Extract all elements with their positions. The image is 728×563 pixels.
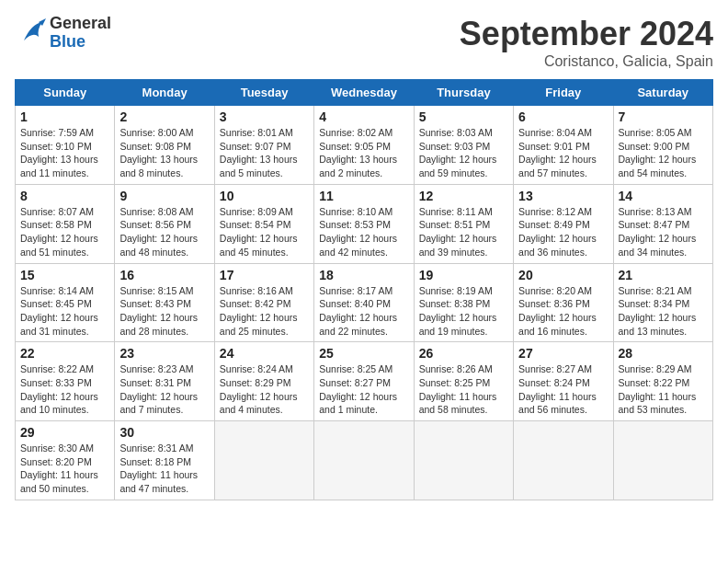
calendar-day-cell: 25 Sunrise: 8:25 AM Sunset: 8:27 PM Dayl…: [314, 342, 414, 421]
day-info: Sunrise: 8:16 AM Sunset: 8:42 PM Dayligh…: [220, 284, 309, 339]
sunrise-label: Sunrise: 7:59 AM: [20, 127, 94, 138]
daylight-label: Daylight: 11 hours and 47 minutes.: [119, 469, 198, 494]
day-number: 24: [220, 346, 309, 361]
day-number: 20: [518, 268, 608, 282]
sunset-label: Sunset: 8:31 PM: [119, 377, 191, 388]
sunset-label: Sunset: 8:36 PM: [518, 298, 590, 309]
daylight-label: Daylight: 12 hours and 4 minutes.: [220, 391, 298, 416]
sunrise-label: Sunrise: 8:09 AM: [220, 206, 293, 217]
logo-text: General Blue: [50, 15, 111, 52]
day-info: Sunrise: 8:05 AM Sunset: 9:00 PM Dayligh…: [619, 126, 708, 180]
calendar-week-row: 15 Sunrise: 8:14 AM Sunset: 8:45 PM Dayl…: [16, 263, 713, 342]
day-number: 7: [619, 109, 708, 124]
calendar-week-row: 8 Sunrise: 8:07 AM Sunset: 8:58 PM Dayli…: [16, 184, 713, 263]
day-info: Sunrise: 8:10 AM Sunset: 8:53 PM Dayligh…: [319, 205, 408, 259]
logo-blue: Blue: [50, 33, 111, 52]
sunset-label: Sunset: 8:38 PM: [419, 298, 491, 309]
day-info: Sunrise: 8:27 AM Sunset: 8:24 PM Dayligh…: [518, 362, 608, 417]
daylight-label: Daylight: 12 hours and 54 minutes.: [619, 154, 697, 178]
day-number: 16: [119, 268, 209, 282]
calendar-day-cell: 9 Sunrise: 8:08 AM Sunset: 8:56 PM Dayli…: [115, 184, 214, 263]
daylight-label: Daylight: 12 hours and 31 minutes.: [20, 312, 98, 337]
day-info: Sunrise: 8:08 AM Sunset: 8:56 PM Dayligh…: [119, 205, 209, 259]
sunrise-label: Sunrise: 8:12 AM: [518, 206, 592, 217]
sunrise-label: Sunrise: 8:16 AM: [220, 285, 293, 296]
sunset-label: Sunset: 9:08 PM: [119, 141, 191, 152]
sunset-label: Sunset: 9:01 PM: [518, 141, 590, 152]
sunrise-label: Sunrise: 8:31 AM: [119, 442, 193, 454]
calendar-day-cell: [314, 421, 414, 500]
day-info: Sunrise: 8:20 AM Sunset: 8:36 PM Dayligh…: [518, 284, 608, 339]
daylight-label: Daylight: 13 hours and 2 minutes.: [319, 154, 397, 178]
calendar-day-cell: 26 Sunrise: 8:26 AM Sunset: 8:25 PM Dayl…: [414, 342, 513, 421]
day-info: Sunrise: 8:03 AM Sunset: 9:03 PM Dayligh…: [419, 126, 508, 180]
sunset-label: Sunset: 9:05 PM: [319, 141, 391, 152]
calendar-day-cell: 2 Sunrise: 8:00 AM Sunset: 9:08 PM Dayli…: [115, 106, 214, 185]
day-number: 3: [220, 109, 309, 124]
sunrise-label: Sunrise: 8:04 AM: [518, 127, 592, 138]
sunrise-label: Sunrise: 8:27 AM: [518, 363, 592, 374]
calendar-day-cell: 15 Sunrise: 8:14 AM Sunset: 8:45 PM Dayl…: [16, 263, 115, 342]
daylight-label: Daylight: 12 hours and 19 minutes.: [419, 312, 497, 337]
page-header: General Blue September 2024 Coristanco, …: [15, 15, 713, 70]
sunset-label: Sunset: 9:03 PM: [419, 141, 491, 152]
daylight-label: Daylight: 12 hours and 28 minutes.: [119, 312, 198, 337]
sunrise-label: Sunrise: 8:13 AM: [619, 206, 692, 217]
logo: General Blue: [15, 15, 111, 52]
calendar-day-cell: 10 Sunrise: 8:09 AM Sunset: 8:54 PM Dayl…: [214, 184, 313, 263]
sunset-label: Sunset: 8:34 PM: [619, 298, 690, 309]
sunrise-label: Sunrise: 8:01 AM: [220, 127, 293, 138]
day-number: 30: [119, 425, 209, 440]
calendar-day-cell: 16 Sunrise: 8:15 AM Sunset: 8:43 PM Dayl…: [115, 263, 214, 342]
logo-bird-icon: [15, 15, 48, 48]
day-info: Sunrise: 8:13 AM Sunset: 8:47 PM Dayligh…: [619, 205, 708, 259]
sunrise-label: Sunrise: 8:24 AM: [220, 363, 293, 374]
day-number: 2: [119, 109, 209, 124]
sunset-label: Sunset: 8:27 PM: [319, 377, 391, 388]
day-info: Sunrise: 8:09 AM Sunset: 8:54 PM Dayligh…: [220, 205, 309, 259]
calendar-day-cell: 7 Sunrise: 8:05 AM Sunset: 9:00 PM Dayli…: [613, 106, 712, 185]
logo-icon-area: [15, 15, 48, 52]
daylight-label: Daylight: 12 hours and 13 minutes.: [619, 312, 697, 337]
daylight-label: Daylight: 12 hours and 10 minutes.: [20, 391, 98, 416]
daylight-label: Daylight: 12 hours and 57 minutes.: [518, 154, 597, 178]
calendar-day-cell: 12 Sunrise: 8:11 AM Sunset: 8:51 PM Dayl…: [414, 184, 513, 263]
calendar-day-cell: 27 Sunrise: 8:27 AM Sunset: 8:24 PM Dayl…: [514, 342, 613, 421]
calendar-table: SundayMondayTuesdayWednesdayThursdayFrid…: [15, 79, 713, 500]
day-of-week-header: Tuesday: [214, 80, 313, 106]
day-info: Sunrise: 8:12 AM Sunset: 8:49 PM Dayligh…: [518, 205, 608, 259]
sunrise-label: Sunrise: 8:26 AM: [419, 363, 493, 374]
sunset-label: Sunset: 8:33 PM: [20, 377, 92, 388]
sunset-label: Sunset: 8:20 PM: [20, 456, 92, 467]
sunset-label: Sunset: 8:24 PM: [518, 377, 590, 388]
calendar-week-row: 1 Sunrise: 7:59 AM Sunset: 9:10 PM Dayli…: [16, 106, 713, 185]
sunrise-label: Sunrise: 8:11 AM: [419, 206, 493, 217]
day-of-week-header: Sunday: [16, 80, 115, 106]
sunrise-label: Sunrise: 8:21 AM: [619, 285, 692, 296]
calendar-day-cell: [514, 421, 613, 500]
sunset-label: Sunset: 9:00 PM: [619, 141, 690, 152]
daylight-label: Daylight: 12 hours and 1 minute.: [319, 391, 397, 416]
day-info: Sunrise: 8:00 AM Sunset: 9:08 PM Dayligh…: [119, 126, 209, 180]
daylight-label: Daylight: 13 hours and 11 minutes.: [20, 154, 98, 178]
daylight-label: Daylight: 11 hours and 53 minutes.: [619, 391, 697, 416]
daylight-label: Daylight: 13 hours and 5 minutes.: [220, 154, 298, 178]
calendar-day-cell: 4 Sunrise: 8:02 AM Sunset: 9:05 PM Dayli…: [314, 106, 414, 185]
day-number: 6: [518, 109, 608, 124]
day-of-week-header: Thursday: [414, 80, 513, 106]
calendar-day-cell: 30 Sunrise: 8:31 AM Sunset: 8:18 PM Dayl…: [115, 421, 214, 500]
daylight-label: Daylight: 12 hours and 48 minutes.: [119, 233, 198, 258]
calendar-day-cell: 13 Sunrise: 8:12 AM Sunset: 8:49 PM Dayl…: [514, 184, 613, 263]
day-info: Sunrise: 8:02 AM Sunset: 9:05 PM Dayligh…: [319, 126, 408, 180]
day-info: Sunrise: 8:07 AM Sunset: 8:58 PM Dayligh…: [20, 205, 109, 259]
day-info: Sunrise: 8:21 AM Sunset: 8:34 PM Dayligh…: [619, 284, 708, 339]
calendar-header-row: SundayMondayTuesdayWednesdayThursdayFrid…: [16, 80, 713, 106]
calendar-day-cell: [214, 421, 313, 500]
title-area: September 2024 Coristanco, Galicia, Spai…: [460, 15, 713, 70]
sunrise-label: Sunrise: 8:23 AM: [119, 363, 193, 374]
day-number: 9: [119, 189, 209, 203]
sunset-label: Sunset: 9:10 PM: [20, 141, 92, 152]
daylight-label: Daylight: 11 hours and 56 minutes.: [518, 391, 597, 416]
day-of-week-header: Friday: [514, 80, 613, 106]
day-number: 4: [319, 109, 408, 124]
